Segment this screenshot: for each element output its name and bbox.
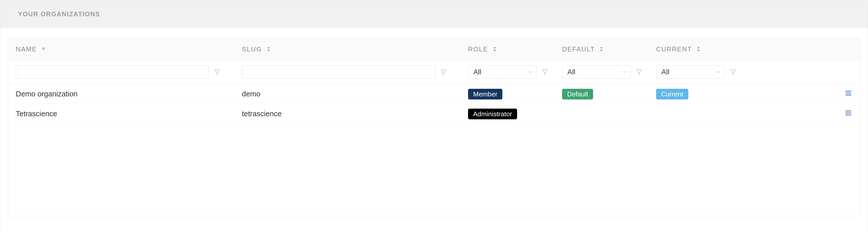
current-filter-select[interactable]: All [656,65,725,79]
column-header-label: ROLE [468,45,488,53]
org-name: Tetrascience [16,110,57,118]
sort-icon [598,46,604,52]
default-filter-select[interactable]: All [562,65,631,79]
role-badge: Administrator [468,109,517,119]
sort-icon [266,46,272,52]
filter-icon[interactable] [636,69,642,75]
column-header-label: SLUG [242,45,262,53]
name-filter-input[interactable] [16,65,209,79]
column-header-label: NAME [16,45,37,53]
organizations-panel: YOUR ORGANIZATIONS NAME SLUG [0,0,868,232]
row-menu-icon[interactable] [845,109,852,117]
table-header-row: NAME SLUG ROLE [8,38,860,60]
org-slug: demo [242,90,260,98]
sort-icon [492,46,498,52]
organizations-table: NAME SLUG ROLE [8,38,860,216]
panel-header: YOUR ORGANIZATIONS [0,0,868,28]
chevron-down-icon [622,69,627,75]
filter-icon[interactable] [542,69,548,75]
table-row: Tetrascience tetrascience Administrator [8,104,860,124]
column-header-name[interactable]: NAME [16,45,242,53]
row-menu-icon[interactable] [845,89,852,97]
table-row: Demo organization demo Member Default Cu… [8,84,860,104]
column-header-default[interactable]: DEFAULT [562,45,656,53]
column-header-label: DEFAULT [562,45,595,53]
column-header-role[interactable]: ROLE [468,45,562,53]
filter-icon[interactable] [214,69,221,75]
chevron-down-icon [528,69,533,75]
panel-title: YOUR ORGANIZATIONS [18,10,850,18]
select-value: All [473,68,481,76]
role-badge: Member [468,89,502,99]
org-slug: tetrascience [242,110,282,118]
select-value: All [567,68,575,76]
role-filter-select[interactable]: All [468,65,537,79]
current-badge: Current [656,89,688,99]
column-header-slug[interactable]: SLUG [242,45,468,53]
org-name: Demo organization [16,90,78,98]
chevron-down-icon [716,69,721,75]
default-badge: Default [562,89,593,99]
select-value: All [661,68,669,76]
slug-filter-input[interactable] [242,65,435,79]
filter-icon[interactable] [730,69,736,75]
sort-asc-icon [40,46,46,52]
filter-icon[interactable] [440,69,447,75]
panel-body: NAME SLUG ROLE [0,28,868,232]
column-header-label: CURRENT [656,45,692,53]
column-header-current[interactable]: CURRENT [656,45,750,53]
table-filter-row: All All [8,60,860,84]
sort-icon [695,46,702,52]
